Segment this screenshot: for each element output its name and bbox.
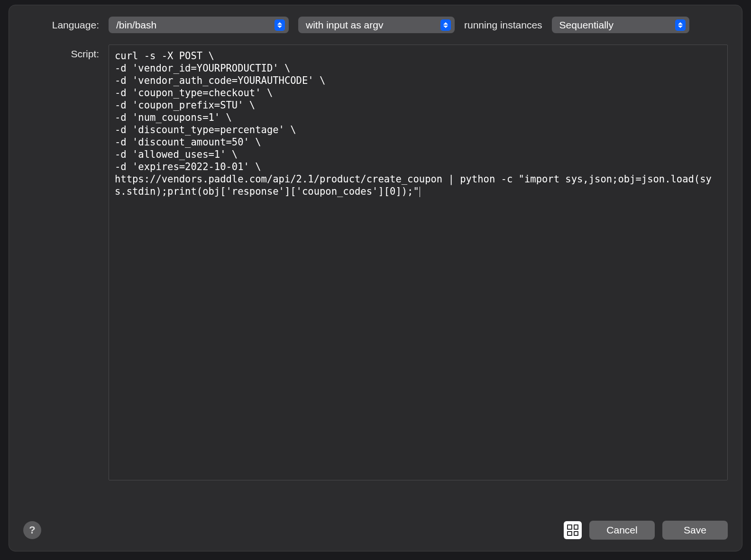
- grid-icon: [567, 524, 578, 536]
- script-row: Script: curl -s -X POST \ -d 'vendor_id=…: [23, 45, 728, 480]
- language-label: Language:: [23, 19, 99, 31]
- script-label: Script:: [23, 45, 99, 60]
- input-mode-select[interactable]: with input as argv: [298, 17, 455, 33]
- save-button-label: Save: [684, 524, 706, 536]
- updown-icon: [675, 19, 686, 31]
- app-grid-button[interactable]: [564, 521, 582, 539]
- language-select-value: /bin/bash: [116, 19, 275, 31]
- updown-icon: [275, 19, 285, 31]
- running-instances-value: Sequentially: [559, 19, 675, 31]
- help-icon: ?: [29, 524, 35, 536]
- updown-icon: [440, 19, 451, 31]
- save-button[interactable]: Save: [662, 521, 728, 540]
- header-row: Language: /bin/bash with input as argv r…: [23, 17, 728, 33]
- text-cursor: [420, 187, 420, 197]
- settings-panel: Language: /bin/bash with input as argv r…: [9, 5, 742, 551]
- running-instances-select[interactable]: Sequentially: [552, 17, 689, 33]
- script-editor[interactable]: curl -s -X POST \ -d 'vendor_id=YOURPROD…: [109, 45, 728, 480]
- script-content: curl -s -X POST \ -d 'vendor_id=YOURPROD…: [115, 50, 712, 197]
- input-mode-value: with input as argv: [306, 19, 440, 31]
- cancel-button-label: Cancel: [606, 524, 637, 536]
- language-select[interactable]: /bin/bash: [109, 17, 289, 33]
- help-button[interactable]: ?: [23, 521, 41, 539]
- cancel-button[interactable]: Cancel: [589, 521, 655, 540]
- footer-row: ? Cancel Save: [23, 521, 728, 540]
- running-instances-label: running instances: [464, 19, 542, 31]
